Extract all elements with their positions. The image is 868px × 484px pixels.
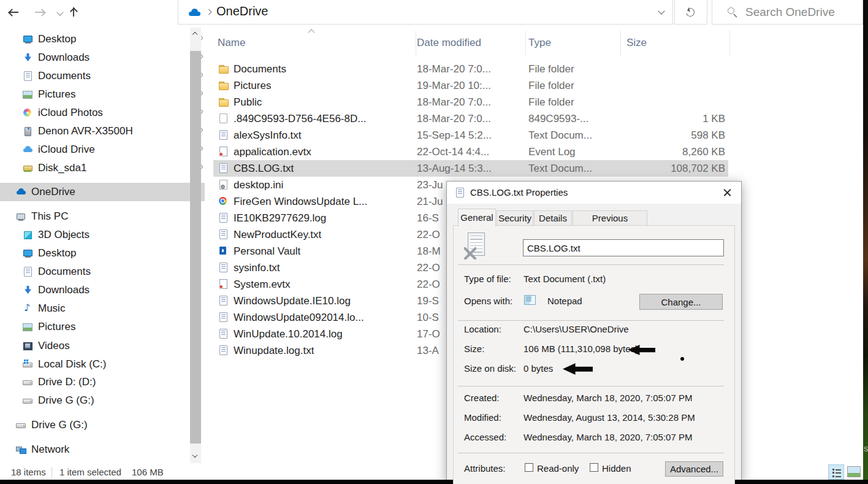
file-row-849c9593[interactable]: .849C9593-D756-4E56-8D...18-Mar-20 7:0..… [213,110,728,127]
file-size: 108,702 KB [671,160,725,177]
sidebar-item-onedrive[interactable]: OneDrive [0,183,205,201]
dialog-title-bar[interactable]: CBS.LOG.txt Properties [447,182,741,204]
sidebar-scrollbar[interactable] [190,28,201,463]
breadcrumb-chevron-icon [206,9,212,15]
sidebar-item-drive-d[interactable]: Drive D: (D:) [0,373,211,391]
tab-previous-versions[interactable]: Previous Versions [573,210,647,226]
column-header-size[interactable]: Size [626,32,647,54]
sidebar-item-music[interactable]: Music [0,299,211,318]
breadcrumb[interactable]: OneDrive [216,4,268,18]
scroll-down-icon[interactable] [192,453,197,458]
tab-security[interactable]: Security [497,210,533,226]
toolbar: OneDrive [0,0,868,25]
sidebar-item-drive-g-child[interactable]: Drive G (G:) [0,391,211,410]
filename-input[interactable] [523,239,724,256]
items-count: 18 items [11,464,46,480]
text-document-icon [218,345,229,355]
sidebar-item-downloads[interactable]: Downloads [0,281,211,299]
file-size: 1 KB [702,110,725,127]
file-row-cbs-log-selected[interactable]: CBS.LOG.txt13-Aug-14 5:3...Text Docum...… [213,160,728,177]
sidebar-item-drive-g[interactable]: Drive G (G:) [0,416,205,434]
sidebar-item-desktop[interactable]: Desktop [0,244,211,263]
details-view-toggle[interactable] [828,464,844,480]
sidebar-item-label: Downloads [38,284,89,296]
sidebar-item-this-pc[interactable]: This PC [0,207,205,226]
refresh-button[interactable] [674,0,707,25]
column-header-name[interactable]: Name [218,32,245,54]
column-separator[interactable] [729,31,730,55]
file-row-documents[interactable]: Documents18-Mar-20 7:0...File folder [213,61,728,77]
sidebar-item-downloads-pinned[interactable]: Downloads [0,48,211,67]
file-row-pictures[interactable]: Pictures19-Mar-20 10:...File folder [213,77,728,94]
sidebar-item-label: Videos [38,340,70,352]
sidebar-item-label: Drive G (G:) [31,419,88,431]
screen-bottom-edge [0,480,868,484]
selection-status: 1 item selected [59,464,121,480]
up-button[interactable] [65,4,82,21]
sidebar-item-pictures[interactable]: Pictures [0,318,211,336]
local-disk-icon [23,359,33,369]
monitor-icon [23,248,33,258]
address-dropdown-chevron-icon[interactable] [658,7,664,14]
close-icon[interactable] [718,184,736,201]
text-document-icon [455,188,465,198]
sidebar-item-documents[interactable]: Documents [0,263,211,281]
read-only-checkbox[interactable] [525,463,533,472]
file-date: 18-Mar-20 7:0... [417,61,491,77]
sidebar-item-denon[interactable]: Denon AVR-X3500H [0,122,211,140]
back-button[interactable] [6,4,23,21]
file-row-public[interactable]: Public18-Mar-20 7:0...File folder [213,94,728,110]
file-date: 22-Oct-14 4:4... [417,144,489,160]
column-separator[interactable] [416,31,416,55]
text-document-icon [218,296,229,305]
column-separator[interactable] [525,31,526,55]
scroll-up-icon[interactable] [192,32,197,37]
sidebar-item-pictures-pinned[interactable]: Pictures [0,85,211,104]
forward-button[interactable] [31,4,48,21]
file-size: 8,260 KB [682,144,725,160]
file-date: 13-Aug-14 5:3... [417,160,492,177]
up-arrow-head [70,7,78,15]
picture-icon [23,322,33,332]
drive-icon [23,377,33,387]
scrollbar-thumb[interactable] [190,51,201,444]
sidebar-item-videos[interactable]: Videos [0,337,211,355]
personal-vault-icon [218,246,229,256]
tab-details[interactable]: Details [534,210,572,226]
sidebar-item-icloud-drive[interactable]: iCloud Drive [0,140,211,159]
sidebar-item-network[interactable]: Network [0,440,205,459]
search-box[interactable] [712,0,863,25]
advanced-button[interactable]: Advanced... [665,461,723,477]
address-bar[interactable]: OneDrive [178,0,673,25]
file-name: desktop.ini [234,177,283,193]
sidebar-item-desktop-pinned[interactable]: Desktop [0,30,211,48]
file-date: 22-O [417,226,440,243]
file-row-appalication[interactable]: appalication.evtx22-Oct-14 4:4...Event L… [213,144,728,160]
attributes-label: Attributes: [464,463,506,474]
column-separator[interactable] [620,31,621,55]
file-name: IE10KB2977629.log [234,210,326,226]
thumbnail-view-toggle[interactable] [846,464,862,480]
column-header-date-modified[interactable]: Date modified [417,32,481,54]
hidden-checkbox[interactable] [590,463,598,472]
separator [458,264,724,265]
sidebar-item-label: Music [38,302,65,315]
sidebar-item-local-disk-c[interactable]: Local Disk (C:) [0,355,211,374]
windows-flag-icon [24,359,29,364]
sidebar-item-disk-sda1[interactable]: Disk_sda1 [0,159,211,177]
sidebar-item-icloud-photos[interactable]: iCloud Photos [0,104,211,122]
column-header-type[interactable]: Type [528,32,551,54]
file-name: Personal Vault [234,243,300,259]
text-document-icon [218,229,229,239]
tab-general[interactable]: General [458,209,496,226]
sidebar-item-3d-objects[interactable]: 3D Objects [0,226,211,244]
event-log-icon [218,279,229,289]
sidebar-item-label: Documents [38,70,91,82]
file-size: 598 KB [691,127,725,144]
search-input[interactable] [744,3,860,21]
change-button[interactable]: Change... [639,294,723,310]
file-row-alexsysinfo[interactable]: alexSysInfo.txt15-Sep-14 5:2...Text Docu… [213,127,728,144]
file-type: File folder [528,61,574,77]
file-date: 17-O [417,326,440,342]
sidebar-item-documents-pinned[interactable]: Documents [0,67,211,85]
